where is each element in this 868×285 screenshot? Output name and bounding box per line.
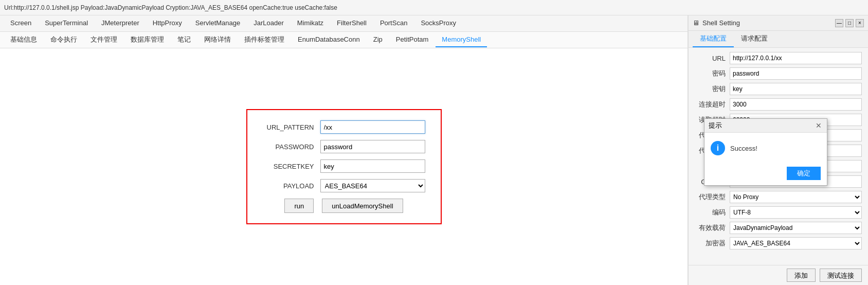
left-panel: Screen SuperTerminal JMeterpreter HttpPr… xyxy=(0,15,688,285)
field-key-label: 密钥 xyxy=(695,84,726,94)
nav-mimikatz[interactable]: Mimikatz xyxy=(291,16,330,31)
field-url: URL xyxy=(695,52,862,64)
form-buttons: run unLoadMemoryShell xyxy=(263,199,425,213)
field-url-label: URL xyxy=(695,55,726,62)
shell-icon: 🖥 xyxy=(693,19,699,27)
field-password: 密码 xyxy=(695,67,862,80)
popup-close-button[interactable]: ✕ xyxy=(815,121,823,130)
field-payload-select[interactable]: JavaDynamicPayload JavaPayload xyxy=(730,222,862,234)
password-row: PASSWORD xyxy=(263,140,425,153)
run-button[interactable]: run xyxy=(284,199,314,213)
field-password-input[interactable] xyxy=(730,67,862,80)
content-area: URL_PATTERN PASSWORD SECRETKEY PAYLOAD A… xyxy=(0,48,688,285)
payload-label: PAYLOAD xyxy=(263,182,314,190)
field-password-label: 密码 xyxy=(695,69,726,78)
nav-bar-2: 基础信息 命令执行 文件管理 数据库管理 笔记 网络详情 插件标签管理 Enum… xyxy=(0,32,688,48)
nav-socksproxy[interactable]: SocksProxy xyxy=(414,16,462,31)
field-connect-timeout: 连接超时 xyxy=(695,98,862,111)
popup-message: Success! xyxy=(730,145,757,152)
nav-httpproxy[interactable]: HttpProxy xyxy=(147,16,188,31)
field-connect-timeout-label: 连接超时 xyxy=(695,100,726,109)
nav-memoryshell[interactable]: MemoryShell xyxy=(436,32,487,47)
memory-shell-form: URL_PATTERN PASSWORD SECRETKEY PAYLOAD A… xyxy=(246,109,442,224)
unload-button[interactable]: unLoadMemoryShell xyxy=(322,199,403,213)
shell-tabs: 基础配置 请求配置 xyxy=(689,31,868,48)
title-bar: Url:http://127.0.0.1/shell.jsp Payload:J… xyxy=(0,0,868,15)
shell-bottom: 添加 测试连接 xyxy=(689,265,868,285)
field-encoding-label: 编码 xyxy=(695,208,726,217)
field-encryptor: 加密器 JAVA_AES_BASE64 JAVA_AES_RAW JAVA_BA… xyxy=(695,237,862,250)
maximize-button[interactable]: □ xyxy=(845,19,854,27)
url-pattern-input[interactable] xyxy=(320,120,425,134)
nav-jarloader[interactable]: JarLoader xyxy=(247,16,290,31)
tab-qingqiupeizhi[interactable]: 请求配置 xyxy=(734,31,775,47)
url-pattern-row: URL_PATTERN xyxy=(263,120,425,134)
shell-title-bar: 🖥 Shell Setting — □ × xyxy=(689,15,868,31)
right-panel: 🖥 Shell Setting — □ × 基础配置 请求配置 URL 密码 xyxy=(688,15,868,285)
popup-title-text: 提示 xyxy=(709,121,722,130)
popup-content: i Success! xyxy=(704,133,827,164)
nav-portscan[interactable]: PortScan xyxy=(374,16,413,31)
field-encryptor-label: 加密器 xyxy=(695,239,726,248)
nav-wenjian[interactable]: 文件管理 xyxy=(84,32,123,48)
url-pattern-label: URL_PATTERN xyxy=(263,123,314,131)
field-encoding: 编码 UTF-8 GBK GB2312 xyxy=(695,206,862,219)
nav-enumdb[interactable]: EnumDatabaseConn xyxy=(292,32,366,47)
tab-jichupeizhi[interactable]: 基础配置 xyxy=(693,31,734,47)
nav-zip[interactable]: Zip xyxy=(367,32,389,47)
nav-superterminal[interactable]: SuperTerminal xyxy=(39,16,94,31)
nav-mingling[interactable]: 命令执行 xyxy=(44,32,83,48)
nav-chajianbiaogian[interactable]: 插件标签管理 xyxy=(238,32,291,48)
secretkey-label: SECRETKEY xyxy=(263,163,314,170)
field-key-input[interactable] xyxy=(730,83,862,95)
secretkey-row: SECRETKEY xyxy=(263,159,425,173)
popup-dialog: 提示 ✕ i Success! 确定 xyxy=(704,118,827,186)
popup-ok-button[interactable]: 确定 xyxy=(787,167,821,180)
nav-filtershell[interactable]: FilterShell xyxy=(331,16,373,31)
popup-title-bar: 提示 ✕ xyxy=(704,119,827,133)
popup-footer: 确定 xyxy=(704,164,827,185)
minimize-button[interactable]: — xyxy=(835,19,843,27)
test-connection-button[interactable]: 测试连接 xyxy=(820,269,862,282)
field-key: 密钥 xyxy=(695,83,862,95)
shell-title-label: Shell Setting xyxy=(702,19,740,27)
popup-info-icon: i xyxy=(711,141,725,155)
window-controls: — □ × xyxy=(835,19,864,27)
close-button[interactable]: × xyxy=(856,19,864,27)
nav-petitpotam[interactable]: PetitPotam xyxy=(390,32,435,47)
field-encoding-select[interactable]: UTF-8 GBK GB2312 xyxy=(730,206,862,219)
field-payload: 有效载荷 JavaDynamicPayload JavaPayload xyxy=(695,222,862,234)
field-payload-label: 有效载荷 xyxy=(695,223,726,233)
payload-select[interactable]: AES_BASE64 RAW BASE64 xyxy=(320,179,425,192)
password-label: PASSWORD xyxy=(263,143,314,151)
nav-shujuku[interactable]: 数据库管理 xyxy=(124,32,170,48)
nav-jichuxxinxi[interactable]: 基础信息 xyxy=(4,32,43,48)
field-connect-timeout-input[interactable] xyxy=(730,98,862,111)
add-button[interactable]: 添加 xyxy=(787,269,816,282)
nav-jmeterpreter[interactable]: JMeterpreter xyxy=(95,16,146,31)
secretkey-input[interactable] xyxy=(320,159,425,173)
field-proxy-type-select[interactable]: No Proxy HTTP SOCKS4 SOCKS5 xyxy=(730,191,862,203)
nav-screen[interactable]: Screen xyxy=(4,16,38,31)
field-url-input[interactable] xyxy=(730,52,862,64)
password-input[interactable] xyxy=(320,140,425,153)
field-encryptor-select[interactable]: JAVA_AES_BASE64 JAVA_AES_RAW JAVA_BASE64 xyxy=(730,237,862,250)
payload-row: PAYLOAD AES_BASE64 RAW BASE64 xyxy=(263,179,425,192)
nav-servletmanage[interactable]: ServletManage xyxy=(189,16,246,31)
shell-title-text: 🖥 Shell Setting xyxy=(693,19,740,27)
field-proxy-type-label: 代理类型 xyxy=(695,192,726,202)
nav-bar-1: Screen SuperTerminal JMeterpreter HttpPr… xyxy=(0,15,688,32)
field-proxy-type: 代理类型 No Proxy HTTP SOCKS4 SOCKS5 xyxy=(695,191,862,203)
nav-biji[interactable]: 笔记 xyxy=(171,32,197,48)
title-text: Url:http://127.0.0.1/shell.jsp Payload:J… xyxy=(4,4,337,11)
nav-wangluo[interactable]: 网络详情 xyxy=(198,32,237,48)
